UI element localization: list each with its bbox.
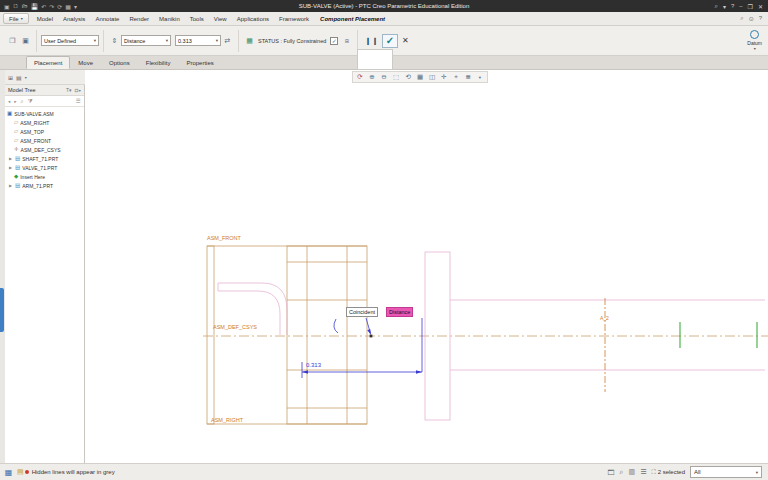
status-spinner-icon[interactable]: ⊞ — [341, 35, 352, 46]
tree-filters-icon[interactable]: T▾ — [66, 87, 72, 94]
display-style-icon[interactable]: ▦ — [415, 72, 425, 82]
navigator-tree-icon[interactable]: ⊞ — [8, 74, 13, 81]
constraint-set-combobox[interactable]: User Defined ▾ — [41, 35, 99, 46]
tree-item-asm-def-csys[interactable]: ✛ ASM_DEF_CSYS — [5, 145, 84, 154]
tree-item-asm-front[interactable]: ▱ ASM_FRONT — [5, 136, 84, 145]
tab-tools[interactable]: Tools — [185, 12, 209, 26]
zoom-in-icon[interactable]: ⊕ — [367, 72, 377, 82]
file-menu-button[interactable]: File ▾ — [3, 13, 29, 24]
subtab-placement[interactable]: Placement — [26, 56, 70, 69]
collapsed-panel-tab[interactable] — [0, 288, 4, 332]
zoom-fit-icon[interactable]: ⬚ — [391, 72, 401, 82]
flip-constraint-icon[interactable]: ⇄ — [222, 35, 233, 46]
tree-item-arm[interactable]: ▶ ▤ ARM_71.PRT — [5, 181, 84, 190]
tab-manikin[interactable]: Manikin — [154, 12, 185, 26]
regenerate-icon[interactable]: ⟳ — [57, 3, 62, 10]
pause-button[interactable]: ❙❙ — [365, 37, 379, 45]
tab-component-placement-active[interactable]: Component Placement — [314, 16, 391, 22]
offset-value-input[interactable]: 0.313 ▾ — [175, 35, 221, 46]
subtab-properties[interactable]: Properties — [178, 56, 221, 69]
selection-filter-combobox[interactable]: All ▾ — [690, 466, 762, 478]
zoom-out-icon[interactable]: ⊖ — [379, 72, 389, 82]
tree-settings-icon[interactable]: ⛭▾ — [75, 87, 81, 94]
datum-label-asm-def-csys[interactable]: ASM_DEF_CSYS — [213, 324, 257, 330]
constraint-type-combobox[interactable]: Distance ▾ — [121, 35, 171, 46]
tree-search-icon[interactable]: ⌕ — [21, 98, 24, 105]
model-regen-icon[interactable]: 🗔 — [608, 469, 615, 476]
repaint-icon[interactable]: ⟲ — [403, 72, 413, 82]
select-tools-icon[interactable]: ☰ — [640, 468, 646, 476]
maximize-icon[interactable]: ❐ — [748, 3, 753, 10]
search-model-icon[interactable]: ⌕ — [620, 468, 624, 476]
resource-center-icon[interactable]: ⊙ — [749, 15, 754, 22]
graphics-toolbar-caret-icon[interactable]: ▾ — [475, 72, 485, 82]
tree-item-insert-here[interactable]: ◆ Insert Here — [5, 172, 84, 181]
help-icon[interactable]: ? — [731, 3, 734, 10]
tree-forward-icon[interactable]: ▸ — [14, 99, 16, 104]
datum-label-asm-right[interactable]: ASM_RIGHT — [211, 417, 243, 423]
distance-dimension-graphics[interactable] — [302, 318, 422, 378]
tree-back-icon[interactable]: ◂ — [8, 99, 10, 104]
tab-annotate[interactable]: Annotate — [90, 12, 124, 26]
window-icon[interactable]: ▦ — [65, 3, 71, 10]
distance-constraint-tag[interactable]: Distance — [386, 307, 413, 317]
help-center-icon[interactable]: ? — [759, 15, 762, 22]
graphics-area[interactable] — [85, 70, 768, 463]
quick-access-caret-icon[interactable]: ▾ — [74, 3, 77, 10]
allow-assumptions-checkbox[interactable]: ✓ — [330, 37, 338, 45]
distance-dimension-value[interactable]: 0.313 — [306, 362, 321, 368]
tab-framework[interactable]: Framework — [274, 12, 314, 26]
navigator-toggle-icon[interactable]: ▦ — [2, 466, 15, 479]
tab-model[interactable]: Model — [32, 12, 58, 26]
accept-button[interactable]: ✓ — [382, 34, 398, 48]
subtab-move[interactable]: Move — [70, 56, 101, 69]
message-log-icon[interactable]: ▤ — [17, 468, 24, 476]
subtab-flexibility[interactable]: Flexibility — [138, 56, 179, 69]
expand-arrow-icon[interactable]: ▶ — [8, 165, 13, 170]
saved-views-icon[interactable]: ⌖ — [451, 72, 461, 82]
show-component-in-separate-window-icon[interactable]: ❐ — [7, 35, 18, 46]
clipboard-icon[interactable]: ▥ — [629, 468, 636, 476]
undo-icon[interactable]: ↶ — [41, 3, 46, 10]
tree-item-valve[interactable]: ▶ ▤ VALVE_71.PRT — [5, 163, 84, 172]
spin-center-icon[interactable]: ✛ — [439, 72, 449, 82]
tab-applications[interactable]: Applications — [232, 12, 274, 26]
search-icon[interactable]: ⌕ — [715, 3, 718, 10]
constraint-point-handle[interactable] — [370, 335, 373, 338]
expand-arrow-icon[interactable]: ▶ — [8, 183, 13, 188]
tree-item-asm-top[interactable]: ▱ ASM_TOP — [5, 127, 84, 136]
coincident-constraint-tag[interactable]: Coincident — [346, 307, 378, 317]
tab-view[interactable]: View — [209, 12, 232, 26]
command-search-icon[interactable]: ⌕ — [740, 15, 743, 22]
tab-render[interactable]: Render — [124, 12, 154, 26]
refit-icon[interactable]: ⟳ — [355, 72, 365, 82]
minimize-icon[interactable]: – — [739, 3, 742, 10]
tree-item-root[interactable]: ▣ SUB-VALVE.ASM — [5, 109, 84, 118]
save-icon[interactable]: 💾 — [31, 3, 39, 10]
redo-icon[interactable]: ↷ — [49, 3, 54, 10]
datum-label-asm-front[interactable]: ASM_FRONT — [207, 235, 241, 241]
annotation-display-icon[interactable]: ≣ — [463, 72, 473, 82]
subtab-options[interactable]: Options — [101, 56, 138, 69]
selected-reference-highlights[interactable] — [680, 322, 757, 348]
tree-list-icon[interactable]: ☰ — [76, 98, 81, 104]
tree-item-shaft[interactable]: ▶ ▤ SHAFT_71.PRT — [5, 154, 84, 163]
axis-label[interactable]: A_2 — [600, 315, 609, 321]
navigator-toolbar: ⊞ ▤ ▾ — [5, 70, 85, 85]
chevron-down-icon[interactable]: ▾ — [754, 46, 756, 51]
search-caret-icon[interactable]: ▾ — [723, 3, 726, 10]
cancel-button[interactable]: ✕ — [402, 36, 409, 45]
tree-item-asm-right[interactable]: ▱ ASM_RIGHT — [5, 118, 84, 127]
navigator-caret-icon[interactable]: ▾ — [25, 75, 27, 80]
tree-filter-icon[interactable]: ⧩ — [28, 98, 33, 105]
close-icon[interactable]: ✕ — [758, 3, 763, 10]
cad-viewport[interactable] — [85, 70, 768, 463]
navigator-folder-icon[interactable]: ▤ — [16, 74, 22, 81]
new-file-icon[interactable]: 🗋 — [13, 3, 19, 10]
datum-display-icon[interactable]: ◫ — [427, 72, 437, 82]
expand-arrow-icon[interactable]: ▶ — [8, 156, 13, 161]
datum-plane-tool-icon[interactable] — [750, 30, 759, 39]
show-component-in-main-window-icon[interactable]: ▣ — [20, 35, 31, 46]
tab-analysis[interactable]: Analysis — [58, 12, 90, 26]
open-file-icon[interactable]: 🗁 — [22, 3, 28, 10]
